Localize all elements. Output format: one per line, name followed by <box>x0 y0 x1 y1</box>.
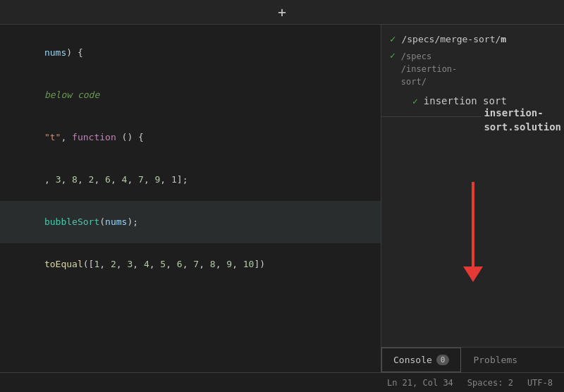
console-tab-label: Console <box>393 355 432 365</box>
insertion-sort-path-text: /specs/insertion-sort/ <box>401 50 457 88</box>
right-panel-top: ✓ /specs/merge-sort/ m ✓ /specs/insertio… <box>381 25 564 117</box>
down-arrow <box>463 182 483 282</box>
problems-tab-label: Problems <box>473 355 517 365</box>
spaces-indicator: Spaces: 2 <box>467 378 513 388</box>
code-line-function: "t", function () { <box>0 116 381 159</box>
merge-sort-check-icon: ✓ <box>390 33 396 44</box>
console-tab[interactable]: Console 0 <box>381 348 461 372</box>
code-line-array: , 3, 8, 2, 6, 4, 7, 9, 1]; <box>0 159 381 201</box>
merge-sort-file-item[interactable]: ✓ /specs/merge-sort/ m <box>381 30 564 47</box>
code-line-toequal: toEqual([1, 2, 3, 4, 5, 6, 7, 8, 9, 10]) <box>0 243 381 286</box>
code-line-bubblesort: bubbleSort(nums); <box>0 201 381 243</box>
merge-sort-overflow-label: m <box>501 34 506 44</box>
insertion-sort-path-item[interactable]: ✓ /specs/insertion-sort/ insertion-sort.… <box>381 47 564 91</box>
top-bar: + <box>0 0 564 25</box>
right-panel: ✓ /specs/merge-sort/ m ✓ /specs/insertio… <box>381 25 564 372</box>
cursor-position: Ln 21, Col 34 <box>387 378 453 388</box>
console-badge: 0 <box>436 355 450 365</box>
code-line-comment: below code <box>0 74 381 116</box>
problems-tab[interactable]: Problems <box>461 348 529 372</box>
right-panel-bottom-tabs: Console 0 Problems <box>381 347 564 372</box>
insertion-sort-check-icon: ✓ <box>412 96 418 106</box>
code-panel: nums) { below code "t", function () { , … <box>0 25 381 372</box>
code-line-1: nums) { <box>0 32 381 74</box>
arrow-head <box>463 267 483 282</box>
main-area: nums) { below code "t", function () { , … <box>0 25 564 372</box>
arrow-shaft <box>472 182 474 267</box>
insertion-sort-overlay-label: insertion-sort.solution <box>481 105 564 135</box>
status-bar: Ln 21, Col 34 Spaces: 2 UTF-8 <box>0 372 564 392</box>
merge-sort-file-name: /specs/merge-sort/ <box>401 34 501 44</box>
insertion-sort-path-check-icon: ✓ <box>390 50 396 61</box>
arrow-container <box>381 117 564 347</box>
plus-icon[interactable]: + <box>278 4 286 20</box>
encoding-indicator: UTF-8 <box>527 378 553 388</box>
